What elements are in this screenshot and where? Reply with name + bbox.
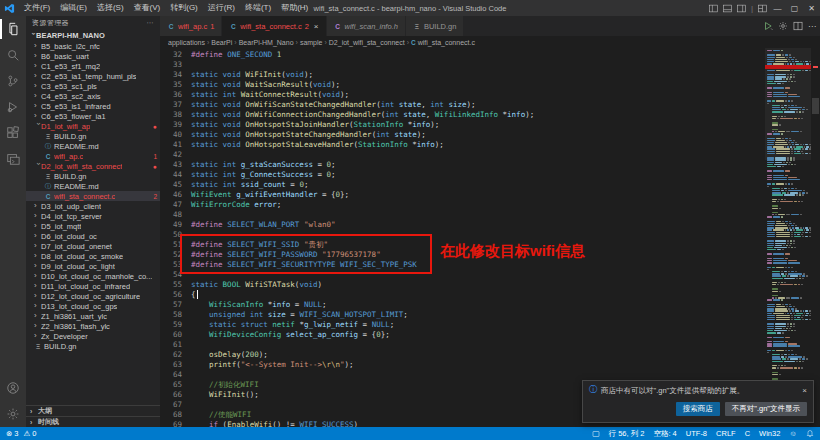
minimap[interactable]	[765, 48, 811, 427]
breadcrumb-item[interactable]: D2_iot_wifi_sta_connect	[329, 39, 405, 46]
status-segment[interactable]: CRLF	[716, 429, 736, 439]
more-actions-icon[interactable]: ⋯	[808, 22, 816, 31]
search-icon[interactable]	[0, 42, 26, 68]
status-misc-icon[interactable]	[592, 430, 600, 438]
menu-item[interactable]: 查看(V)	[129, 0, 166, 16]
menu-item[interactable]: 文件(F)	[19, 0, 55, 16]
tree-folder-D10_iot_cloud_oc_manhole_co...[interactable]: ›D10_iot_cloud_oc_manhole_co...	[26, 271, 160, 281]
code-line-43[interactable]: 43static int g_staScanSuccess = 0;	[160, 160, 760, 170]
tree-folder-D8_iot_cloud_oc_smoke[interactable]: ›D8_iot_cloud_oc_smoke	[26, 251, 160, 261]
vertical-scrollbar[interactable]	[811, 48, 820, 427]
code-line-58[interactable]: 58 unsigned int size = WIFI_SCAN_HOTSPOT…	[160, 310, 760, 320]
remote-explorer-icon[interactable]	[0, 146, 26, 172]
tree-folder-C6_e53_flower_ia1[interactable]: ›C6_e53_flower_ia1	[26, 111, 160, 121]
tree-file-README.md[interactable]: ⓘREADME.md	[26, 141, 160, 151]
outline-section[interactable]: › 大纲	[26, 405, 160, 416]
code-line-44[interactable]: 44static int g_ConnectSuccess = 0;	[160, 170, 760, 180]
dont-show-again-button[interactable]: 不再对".gn"文件显示	[725, 402, 807, 416]
code-line-42[interactable]: 42	[160, 150, 760, 160]
toggle-secondary-sidebar-icon[interactable]	[735, 0, 749, 16]
status-segment[interactable]: 行 56, 列 2	[609, 429, 645, 439]
tree-folder-D6_iot_cloud_oc[interactable]: ›D6_iot_cloud_oc	[26, 231, 160, 241]
close-button[interactable]: ✕	[803, 0, 820, 16]
customize-layout-icon[interactable]	[755, 0, 769, 16]
code-editor[interactable]: 32#define ONE_SECOND 13334static void Wi…	[160, 48, 820, 427]
tree-folder-Z2_hi3861_flash_ylc[interactable]: ›Z2_hi3861_flash_ylc	[26, 321, 160, 331]
run-debug-icon[interactable]	[0, 94, 26, 120]
extensions-icon[interactable]	[0, 120, 26, 146]
tree-folder-D3_iot_udp_client[interactable]: ›D3_iot_udp_client	[26, 201, 160, 211]
maximize-button[interactable]: ▢	[786, 0, 803, 16]
tree-folder-D5_iot_mqtt[interactable]: ›D5_iot_mqtt	[26, 221, 160, 231]
tree-folder-C4_e53_sc2_axis[interactable]: ›C4_e53_sc2_axis	[26, 91, 160, 101]
explorer-more-actions-icon[interactable]: ⋯	[147, 19, 154, 27]
feedback-smiley-icon[interactable]: ☺	[789, 429, 797, 438]
tree-folder-Zx_Developer[interactable]: ›Zx_Developer	[26, 331, 160, 341]
code-line-61[interactable]: 61	[160, 340, 760, 350]
code-line-57[interactable]: 57 WifiScanInfo *info = NULL;	[160, 300, 760, 310]
scrollbar-thumb[interactable]	[812, 98, 819, 114]
settings-gear-icon[interactable]	[0, 401, 26, 427]
breadcrumb-item[interactable]: BearPi	[211, 39, 232, 46]
code-line-40[interactable]: 40static void OnHotspotStateChangedHandl…	[160, 130, 760, 140]
tree-file-wifi_ap.c[interactable]: Cwifi_ap.c1	[26, 151, 160, 161]
minimize-button[interactable]: —	[769, 0, 786, 16]
tab-close-icon[interactable]: ×	[314, 22, 319, 31]
menu-item[interactable]: 转到(G)	[165, 0, 203, 16]
code-line-55[interactable]: 55static BOOL WifiSTATask(void)	[160, 280, 760, 290]
split-editor-icon[interactable]	[793, 21, 803, 31]
code-line-45[interactable]: 45static int ssid_count = 0;	[160, 180, 760, 190]
tab-wifi_sta_connect.c[interactable]: Cwifi_sta_connect.c2×	[222, 16, 326, 36]
explorer-icon[interactable]	[0, 16, 26, 42]
toggle-panel-icon[interactable]	[721, 0, 735, 16]
menu-item[interactable]: 终端(T)	[240, 0, 276, 16]
tree-file-BUILD.gn[interactable]: ΞBUILD.gn	[26, 131, 160, 141]
code-line-37[interactable]: 37static void OnWifiScanStateChangedHand…	[160, 100, 760, 110]
code-line-33[interactable]: 33	[160, 60, 760, 70]
code-line-32[interactable]: 32#define ONE_SECOND 1	[160, 50, 760, 60]
status-segment[interactable]: UTF-8	[686, 429, 707, 439]
tree-folder-D9_iot_cloud_oc_light[interactable]: ›D9_iot_cloud_oc_light	[26, 261, 160, 271]
tree-folder-D4_iot_tcp_server[interactable]: ›D4_iot_tcp_server	[26, 211, 160, 221]
code-line-60[interactable]: 60 WifiDeviceConfig select_ap_config = {…	[160, 330, 760, 340]
tree-folder-C2_e53_ia1_temp_humi_pls[interactable]: ›C2_e53_ia1_temp_humi_pls	[26, 71, 160, 81]
editor-settings-gear-icon[interactable]	[778, 21, 788, 31]
code-line-41[interactable]: 41static void OnHotspotStaLeaveHandler(S…	[160, 140, 760, 150]
tree-root-folder[interactable]: › BEARPI-HM_NANO	[26, 30, 160, 41]
account-icon[interactable]	[0, 375, 26, 401]
menu-item[interactable]: 编辑(E)	[55, 0, 92, 16]
code-line-47[interactable]: 47WifiErrorCode error;	[160, 200, 760, 210]
code-line-46[interactable]: 46WifiEvent g_wifiEventHandler = {0};	[160, 190, 760, 200]
tree-file-wifi_sta_connect.c[interactable]: Cwifi_sta_connect.c2	[26, 191, 160, 201]
menu-item[interactable]: 运行(R)	[203, 0, 240, 16]
breadcrumb-item[interactable]: wifi_sta_connect.c	[418, 39, 475, 46]
tree-file-BUILD.gn[interactable]: ΞBUILD.gn	[26, 171, 160, 181]
notification-close-icon[interactable]: ×	[802, 386, 807, 395]
code-line-56[interactable]: 56{	[160, 290, 760, 300]
tree-folder-D2_iot_wifi_sta_connect[interactable]: ›D2_iot_wifi_sta_connect●	[26, 161, 160, 171]
tree-folder-C5_e53_is1_infrared[interactable]: ›C5_e53_is1_infrared	[26, 101, 160, 111]
code-line-63[interactable]: 63 printf("<--System Init-->\r\n");	[160, 360, 760, 370]
tree-folder-D7_iot_cloud_onenet[interactable]: ›D7_iot_cloud_onenet	[26, 241, 160, 251]
tree-folder-B6_basic_uart[interactable]: ›B6_basic_uart	[26, 51, 160, 61]
tab-wifi_scan_info.h[interactable]: Cwifi_scan_info.h	[327, 16, 406, 36]
breadcrumb[interactable]: applications›BearPi›BearPi-HM_Nano›sampl…	[160, 36, 820, 48]
code-line-35[interactable]: 35static void WaitSacnResult(void);	[160, 80, 760, 90]
breadcrumb-item[interactable]: sample	[300, 39, 323, 46]
code-line-39[interactable]: 39static void OnHotspotStaJoinHandler(St…	[160, 120, 760, 130]
notifications-bell-icon[interactable]	[806, 429, 814, 438]
code-line-59[interactable]: 59 static struct netif *g_lwip_netif = N…	[160, 320, 760, 330]
code-line-48[interactable]: 48	[160, 210, 760, 220]
tree-file-README.md[interactable]: ⓘREADME.md	[26, 181, 160, 191]
status-segment[interactable]: Win32	[759, 429, 780, 439]
tree-folder-D11_iot_cloud_oc_infrared[interactable]: ›D11_iot_cloud_oc_infrared	[26, 281, 160, 291]
code-line-36[interactable]: 36static int WaitConnectResult(void);	[160, 90, 760, 100]
menu-item[interactable]: 帮助(H)	[276, 0, 313, 16]
code-line-34[interactable]: 34static void WiFiInit(void);	[160, 70, 760, 80]
status-segment[interactable]: 空格: 4	[653, 429, 676, 439]
tree-folder-C1_e53_sf1_mq2[interactable]: ›C1_e53_sf1_mq2	[26, 61, 160, 71]
code-line-38[interactable]: 38static void OnWifiConnectionChangedHan…	[160, 110, 760, 120]
problems-indicator[interactable]: ⊗ 3 ⚠ 0	[6, 429, 36, 438]
tab-BUILD.gn[interactable]: ΞBUILD.gn	[406, 16, 465, 36]
toggle-sidebar-icon[interactable]	[707, 0, 721, 16]
